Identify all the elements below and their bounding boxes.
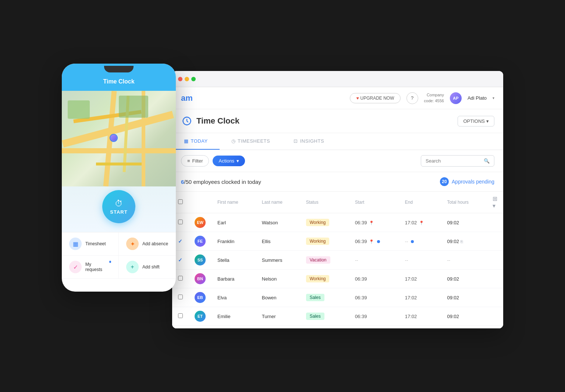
row-checkbox[interactable] xyxy=(178,295,183,299)
notification-dot xyxy=(109,261,111,263)
approvals-link[interactable]: Approvals pending xyxy=(452,179,494,185)
mobile-notch-bar xyxy=(62,64,176,75)
mobile-action-my-requests[interactable]: ✓ My requests xyxy=(62,256,119,279)
row-firstname: Earl xyxy=(212,213,256,232)
scene: Time Clock ⏱ START xyxy=(62,49,503,343)
options-button[interactable]: OPTIONS ▾ xyxy=(458,116,494,126)
minimize-button[interactable] xyxy=(185,77,189,81)
row-checkbox-cell xyxy=(172,307,189,326)
filter-button[interactable]: ≡ Filter xyxy=(181,155,209,167)
row-end: -- xyxy=(399,251,441,270)
search-input[interactable] xyxy=(426,158,481,164)
select-all-checkbox[interactable] xyxy=(178,199,183,204)
tab-timesheets[interactable]: ◷ TIMESHEETS xyxy=(220,133,282,150)
copy-icon[interactable]: ⎘ xyxy=(461,239,463,244)
status-badge: Working xyxy=(306,238,330,245)
page-title-group: Time Clock xyxy=(181,115,239,127)
table-row: MG Mattie Griffin Working 06:39 17:02 09… xyxy=(172,326,503,329)
mobile-action-timesheet[interactable]: ▦ Timesheet xyxy=(62,232,119,256)
start-button[interactable]: ⏱ START xyxy=(102,190,135,223)
help-button[interactable]: ? xyxy=(406,92,418,104)
col-view-options: ⊞ ▾ xyxy=(487,192,503,213)
status-badge: Working xyxy=(306,275,330,282)
row-lastname: Bowen xyxy=(256,288,300,307)
row-lastname: Turner xyxy=(256,307,300,326)
timesheet-label: Timesheet xyxy=(85,241,106,246)
table-view-toggle[interactable]: ⊞ ▾ xyxy=(493,195,497,209)
my-requests-label: My requests xyxy=(85,262,106,272)
close-button[interactable] xyxy=(178,77,182,81)
company-info: Company code: 4556 xyxy=(424,92,444,104)
hours-dash: -- xyxy=(447,257,450,263)
start-label: START xyxy=(110,209,127,215)
row-checkbox-cell xyxy=(172,288,189,307)
upgrade-button[interactable]: ♥ UPGRADE NOW xyxy=(350,93,400,103)
table-row: EW Earl Watson Working 06:39 📍 17:02 📍 0… xyxy=(172,213,503,232)
row-start: 06:39 xyxy=(349,288,399,307)
actions-button[interactable]: Actions ▾ xyxy=(213,156,245,166)
mobile-header: Time Clock xyxy=(62,75,176,91)
tab-today-label: TODAY xyxy=(191,138,208,144)
table-row: BN Barbara Nelson Working 06:39 17:02 09… xyxy=(172,270,503,288)
row-start: 06:39 📍 xyxy=(349,213,399,232)
avatar: ET xyxy=(195,311,206,322)
clocked-in-count: 6 xyxy=(181,179,184,185)
upgrade-label: UPGRADE NOW xyxy=(360,96,394,101)
approvals-badge: 20 Approvals pending xyxy=(440,177,494,186)
row-options xyxy=(487,270,503,288)
tab-insights[interactable]: ⊡ INSIGHTS xyxy=(282,133,336,150)
row-checkbox[interactable] xyxy=(178,220,183,224)
row-hours: 09:02 xyxy=(441,288,487,307)
row-firstname: Stella xyxy=(212,251,256,270)
today-icon: ▦ xyxy=(184,138,189,144)
avatar: EW xyxy=(195,217,206,228)
row-start: 06:39 xyxy=(349,307,399,326)
col-status: Status xyxy=(300,192,349,213)
company-code: code: 4556 xyxy=(424,98,444,104)
status-badge: Sales xyxy=(306,313,324,320)
tab-today[interactable]: ▦ TODAY xyxy=(172,133,220,150)
timesheet-icon: ▦ xyxy=(69,238,82,250)
user-name[interactable]: Adi Plato xyxy=(468,95,487,101)
summary-row: 6/50 employees clocked in today 20 Appro… xyxy=(172,172,503,192)
search-box[interactable]: 🔍 xyxy=(421,155,494,167)
row-checkbox[interactable] xyxy=(178,313,183,318)
row-end: 17:02 xyxy=(399,270,441,288)
avatar: FE xyxy=(195,236,206,247)
row-lastname: Summers xyxy=(256,251,300,270)
mobile-action-add-absence[interactable]: ✦ Add absence xyxy=(119,232,176,256)
row-checkbox[interactable] xyxy=(178,276,183,281)
checkmark-icon: ✓ xyxy=(178,238,182,244)
summary-label: employees clocked in today xyxy=(193,179,261,185)
end-time: 17:02 xyxy=(405,276,417,282)
row-firstname: Elva xyxy=(212,288,256,307)
table-row: EB Elva Bowen Sales 06:39 17:02 09:02 xyxy=(172,288,503,307)
row-hours: 09:02 xyxy=(441,270,487,288)
approvals-count: 20 xyxy=(440,177,449,186)
table-body: EW Earl Watson Working 06:39 📍 17:02 📍 0… xyxy=(172,213,503,329)
app-logo: am xyxy=(181,93,193,103)
map-park xyxy=(119,96,148,118)
add-shift-label: Add shift xyxy=(142,264,160,270)
table-header: First name Last name Status Start End To… xyxy=(172,192,503,213)
table-row: ✓ SS Stella Summers Vacation -- -- -- xyxy=(172,251,503,270)
row-options xyxy=(487,251,503,270)
tab-insights-label: INSIGHTS xyxy=(300,138,324,144)
row-options xyxy=(487,213,503,232)
page-title: Time Clock xyxy=(196,116,239,126)
start-dash: -- xyxy=(355,257,358,263)
maximize-button[interactable] xyxy=(191,77,196,81)
mobile-action-add-shift[interactable]: + Add shift xyxy=(119,256,176,279)
chevron-down-icon: ▾ xyxy=(493,96,494,100)
start-time: 06:39 xyxy=(355,239,367,244)
avatar: SS xyxy=(195,254,206,266)
toolbar: ≡ Filter Actions ▾ 🔍 xyxy=(172,150,503,172)
desktop-app: am ♥ UPGRADE NOW ? Company code: 4556 AP… xyxy=(172,71,503,328)
end-time: 17:02 xyxy=(405,314,417,319)
row-hours: -- xyxy=(441,251,487,270)
map-park xyxy=(68,100,90,119)
row-hours: 09:02 xyxy=(441,213,487,232)
timesheets-icon: ◷ xyxy=(231,138,236,144)
app-header: am ♥ UPGRADE NOW ? Company code: 4556 AP… xyxy=(172,87,503,109)
location-icon: 📍 xyxy=(419,221,424,225)
